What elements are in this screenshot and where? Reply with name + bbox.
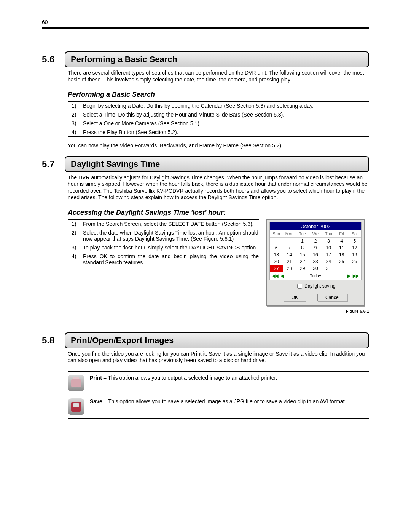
calendar-day[interactable]: 8 xyxy=(296,244,309,251)
prev-month-icon[interactable]: ◀ xyxy=(280,273,284,278)
calendar-dow: Sat xyxy=(348,230,361,238)
calendar-day[interactable]: 13 xyxy=(270,251,283,258)
section-header-5-6: 5.6 Performing a Basic Search xyxy=(42,51,369,67)
section-header-5-7: 5.7 Daylight Savings Time xyxy=(42,156,369,172)
daylight-saving-checkbox[interactable] xyxy=(297,284,302,289)
calendar-empty xyxy=(348,265,361,272)
section-number: 5.8 xyxy=(42,332,65,348)
calendar-dow: Fri xyxy=(335,230,348,238)
calendar-day[interactable]: 2 xyxy=(309,238,322,244)
steps-5-7: 1)From the Search Screen, select the SEL… xyxy=(68,219,259,267)
section-intro: Once you find the video you are looking … xyxy=(68,351,369,364)
prev-year-icon[interactable]: ◀◀ xyxy=(272,273,278,278)
calendar-day[interactable]: 7 xyxy=(283,244,296,251)
calendar-day[interactable]: 30 xyxy=(309,265,322,272)
calendar-day[interactable]: 25 xyxy=(335,258,348,265)
calendar-empty xyxy=(270,238,283,244)
calendar-day[interactable]: 10 xyxy=(322,244,335,251)
calendar-day[interactable]: 15 xyxy=(296,251,309,258)
section-title: Print/Open/Export Images xyxy=(65,332,369,348)
calendar-widget: October 2002 SunMonTueWeThuFriSat 123456… xyxy=(266,219,365,306)
calendar-day[interactable]: 4 xyxy=(335,238,348,244)
calendar-day[interactable]: 12 xyxy=(348,244,361,251)
calendar-dow: We xyxy=(309,230,322,238)
calendar-title: October 2002 xyxy=(270,222,361,230)
print-icon xyxy=(68,375,84,391)
calendar-dow: Thu xyxy=(322,230,335,238)
save-option: Save – This option allows you to save a … xyxy=(68,395,369,419)
step: 4)Press the Play Button (See Section 5.2… xyxy=(68,128,369,137)
calendar-day[interactable]: 31 xyxy=(322,265,335,272)
section-number: 5.7 xyxy=(42,156,65,172)
step: 4)Press OK to confirm the date and begin… xyxy=(68,252,259,267)
figure-label: Figure 5.6.1 xyxy=(266,309,369,313)
step: 2)Select the date when Daylight Savings … xyxy=(68,228,259,243)
section-after: You can now play the Video Forwards, Bac… xyxy=(68,142,369,149)
print-option: Print – This option allows you to output… xyxy=(68,371,369,395)
step: 1)Begin by selecting a Date. Do this by … xyxy=(68,102,369,110)
step: 1)From the Search Screen, select the SEL… xyxy=(68,220,259,228)
calendar-day[interactable]: 1 xyxy=(296,238,309,244)
calendar-day[interactable]: 27 xyxy=(270,265,283,272)
calendar-day[interactable]: 28 xyxy=(283,265,296,272)
calendar-day[interactable]: 20 xyxy=(270,258,283,265)
page-number: 60 xyxy=(42,19,369,25)
subheading: Accessing the Daylight Savings Time 'los… xyxy=(68,209,369,217)
cancel-button[interactable]: Cancel xyxy=(317,294,347,301)
section-intro: There are several different types of sea… xyxy=(68,70,369,83)
calendar-empty xyxy=(283,238,296,244)
calendar-dow: Sun xyxy=(270,230,283,238)
calendar-day[interactable]: 19 xyxy=(348,251,361,258)
next-month-icon[interactable]: ▶ xyxy=(347,273,350,278)
section-intro: The DVR automatically adjusts for Daylig… xyxy=(68,174,369,201)
calendar-day[interactable]: 3 xyxy=(322,238,335,244)
section-title: Performing a Basic Search xyxy=(65,51,369,67)
calendar-dow: Tue xyxy=(296,230,309,238)
save-icon xyxy=(68,398,84,415)
calendar-day[interactable]: 18 xyxy=(335,251,348,258)
subheading: Performing a Basic Search xyxy=(68,91,369,99)
calendar-day[interactable]: 22 xyxy=(296,258,309,265)
section-title: Daylight Savings Time xyxy=(65,156,369,172)
calendar-day[interactable]: 16 xyxy=(309,251,322,258)
calendar-day[interactable]: 14 xyxy=(283,251,296,258)
calendar-day[interactable]: 29 xyxy=(296,265,309,272)
today-button[interactable]: Today xyxy=(310,273,321,278)
calendar-dow: Mon xyxy=(283,230,296,238)
next-year-icon[interactable]: ▶▶ xyxy=(353,273,359,278)
calendar-day[interactable]: 5 xyxy=(348,238,361,244)
calendar-day[interactable]: 17 xyxy=(322,251,335,258)
calendar-day[interactable]: 9 xyxy=(309,244,322,251)
calendar-day[interactable]: 21 xyxy=(283,258,296,265)
page-rule xyxy=(42,27,369,29)
step: 2)Select a Time. Do this by adjusting th… xyxy=(68,110,369,119)
calendar-day[interactable]: 11 xyxy=(335,244,348,251)
daylight-saving-label: Daylight saving xyxy=(304,283,335,288)
step: 3)To play back the 'lost' hour, simply s… xyxy=(68,243,259,252)
ok-button[interactable]: OK xyxy=(284,294,306,301)
section-header-5-8: 5.8 Print/Open/Export Images xyxy=(42,332,369,348)
calendar-day[interactable]: 6 xyxy=(270,244,283,251)
calendar-day[interactable]: 24 xyxy=(322,258,335,265)
calendar-empty xyxy=(335,265,348,272)
calendar-day[interactable]: 26 xyxy=(348,258,361,265)
section-number: 5.6 xyxy=(42,51,65,67)
step: 3)Select a One or More Cameras (See Sect… xyxy=(68,119,369,128)
calendar-day[interactable]: 23 xyxy=(309,258,322,265)
steps-5-6: 1)Begin by selecting a Date. Do this by … xyxy=(68,101,369,137)
